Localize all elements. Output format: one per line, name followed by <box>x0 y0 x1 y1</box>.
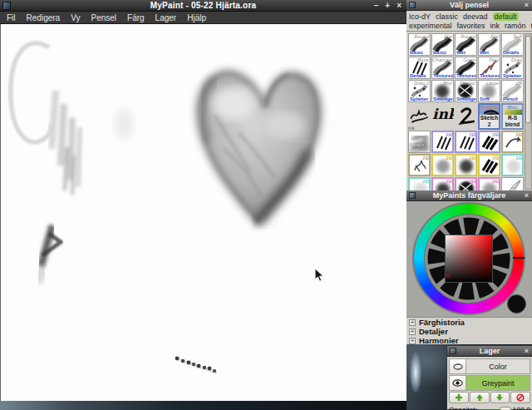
menu-hjalp[interactable]: Hjälp <box>187 13 206 22</box>
expander-farghistoria[interactable]: + Färghistoria <box>406 318 532 327</box>
brush-splatter-drag[interactable]: DragSplatter <box>501 57 524 79</box>
expand-icon[interactable]: + <box>409 328 416 335</box>
brush-framed-pink-2[interactable]: 2B <box>455 177 477 191</box>
brush-details-blunt[interactable]: BluntDetails <box>408 57 431 79</box>
brush-pencil-2b[interactable]: 2BPencil <box>501 80 524 102</box>
menu-farg[interactable]: Färg <box>127 13 145 22</box>
lower-layer-button[interactable] <box>490 392 510 403</box>
brush-basic-flat[interactable]: FlatBasic <box>431 33 454 56</box>
expand-icon[interactable]: + <box>409 319 416 326</box>
hue-marker <box>513 257 525 259</box>
layers-titlebar[interactable]: Lager × <box>447 346 532 357</box>
expander-detaljer[interactable]: + Detaljer <box>406 327 532 336</box>
brush-details-soft[interactable]: SoftDetails <box>501 33 524 56</box>
tab-classic[interactable]: classic <box>436 12 458 21</box>
canvas-drawing <box>1 24 407 401</box>
color-panel-close-icon[interactable]: × <box>525 192 529 200</box>
brush-textured-grain[interactable]: GrainTextured <box>455 57 477 79</box>
brush-framed-khaki-1[interactable]: 2B <box>501 131 524 153</box>
menubar: Fil Redigera Vy Pensel Färg Lager Hjälp <box>0 12 406 24</box>
brush-sketch2-selected[interactable]: Pencils Sketch 2 <box>478 103 500 130</box>
layers-panel: Lager × Color Greypaint <box>446 345 532 410</box>
brush-framed-yellow-1[interactable]: 2B <box>431 154 454 176</box>
opacity-value: 100,0 <box>513 406 530 410</box>
tab-ico-dy[interactable]: Ico-dY <box>409 12 431 21</box>
dock-column: Välj pensel × Ico-dY classic deevad defa… <box>406 0 532 410</box>
brush-selector-panel: Välj pensel × Ico-dY classic deevad defa… <box>406 0 532 190</box>
brush-panel-titlebar[interactable]: Välj pensel × <box>406 0 532 11</box>
current-color-swatch <box>507 294 526 314</box>
brush-ink-swan[interactable] <box>455 103 477 130</box>
layers-panel-title: Lager <box>447 347 532 355</box>
brush-smudge-classic[interactable]: ClassicSmudge <box>455 80 477 102</box>
color-panel-title: MyPaints färgväljare <box>406 191 532 200</box>
saturation-value-square[interactable] <box>445 235 493 283</box>
brush-panel-close-icon[interactable]: × <box>525 2 529 9</box>
brush-framed-purple-3[interactable]: 2B <box>478 131 500 153</box>
brush-grid: RoundBasic FlatBasic RoundWet FlatWet So… <box>406 32 532 191</box>
tab-experimental[interactable]: experimental <box>409 22 452 30</box>
raise-layer-button[interactable] <box>470 392 490 403</box>
expand-icon[interactable]: + <box>409 338 416 344</box>
brush-scrollbar-thumb[interactable] <box>525 36 531 123</box>
brush-rs-blend[interactable]: Misc R-S blend <box>501 103 524 130</box>
brush-soft-large[interactable]: LargeSoft <box>478 80 500 102</box>
brush-framed-khaki-2[interactable]: 2B <box>408 154 431 176</box>
close-button[interactable]: × <box>397 2 401 10</box>
brush-panel-title: Välj pensel <box>406 1 532 9</box>
brush-group-tabs: Ico-dY classic deevad default experiment… <box>406 11 532 32</box>
add-layer-button[interactable] <box>449 392 469 403</box>
brush-ink-word[interactable]: ink <box>431 103 454 130</box>
menu-redigera[interactable]: Redigera <box>27 13 61 22</box>
brush-feather[interactable] <box>501 177 524 191</box>
brush-textured-twig[interactable]: TwigTextured <box>478 57 500 79</box>
brush-framed-yellow-2[interactable]: 2B <box>455 154 477 176</box>
brush-framed-cyan-2[interactable]: 2B <box>408 177 431 191</box>
brush-framed-cyan-1[interactable]: 2B <box>501 154 524 176</box>
maximize-button[interactable]: + <box>385 2 390 10</box>
brush-splatter-drag2[interactable]: Drag 2Splatter <box>408 80 431 102</box>
brush-textured-charcoal[interactable]: CharcoalTextured <box>431 57 454 79</box>
menu-pensel[interactable]: Pensel <box>91 13 116 22</box>
layer-hidden-icon[interactable] <box>450 359 466 373</box>
tab-ramon[interactable]: ramón <box>505 22 526 30</box>
menu-lager[interactable]: Lager <box>155 13 177 22</box>
window-title: MyPaint - 05-22 Hjärta.ora <box>0 1 406 10</box>
brush-scrollbar[interactable] <box>525 33 532 190</box>
tab-favorites[interactable]: favorites <box>457 22 485 30</box>
brush-framed-pink-1[interactable]: 2B <box>431 177 454 191</box>
brush-framed-yellow-3[interactable]: 2B <box>478 154 500 176</box>
layer-name: Color <box>466 359 530 373</box>
tab-deevad[interactable]: deevad <box>463 12 488 21</box>
tab-default[interactable]: default <box>493 12 519 21</box>
titlebar[interactable]: MyPaint - 05-22 Hjärta.ora – + × <box>0 0 406 12</box>
tab-ink[interactable]: ink <box>490 22 500 30</box>
painting-canvas[interactable] <box>0 24 406 401</box>
screen: MyPaint - 05-22 Hjärta.ora – + × Fil Red… <box>0 0 532 410</box>
layer-row-greypaint[interactable]: Greypaint <box>449 375 530 391</box>
opacity-label: Opacitet: <box>449 406 477 410</box>
desktop-wallpaper: Lager × Color Greypaint <box>406 344 532 410</box>
brush-wet-flat[interactable]: FlatWet <box>478 33 500 56</box>
brush-framed-pink-3[interactable]: 2B <box>478 177 500 191</box>
color-panel-titlebar[interactable]: MyPaints färgväljare × <box>406 190 532 201</box>
layer-row-color[interactable]: Color <box>449 358 530 374</box>
brush-smudge-blur[interactable]: BlurSmudge <box>431 80 454 102</box>
color-selector-panel: MyPaints färgväljare × + Färgh <box>406 190 532 344</box>
opacity-slider-handle[interactable] <box>500 407 511 410</box>
brush-framed-purple-2[interactable]: 2B <box>455 131 477 153</box>
menu-vy[interactable]: Vy <box>71 13 80 22</box>
color-wheel-area <box>406 201 532 317</box>
color-expanders: + Färghistoria + Detaljer + Harmonier <box>406 317 532 345</box>
brush-basic-round[interactable]: RoundBasic <box>408 33 431 56</box>
menu-fil[interactable]: Fil <box>7 13 16 22</box>
delete-layer-button[interactable] <box>510 392 530 403</box>
brush-framed-purple-1[interactable]: 2B <box>431 131 454 153</box>
minimize-button[interactable]: – <box>374 2 379 10</box>
brush-wet-round[interactable]: RoundWet <box>455 33 477 56</box>
layers-panel-close-icon[interactable]: × <box>525 348 529 355</box>
brush-blend-paint[interactable]: blend + paint <box>408 131 431 153</box>
layer-visible-eye-icon[interactable] <box>450 376 466 390</box>
brush-ink-scribble[interactable]: ink <box>408 103 431 130</box>
opacity-slider[interactable] <box>479 406 511 410</box>
